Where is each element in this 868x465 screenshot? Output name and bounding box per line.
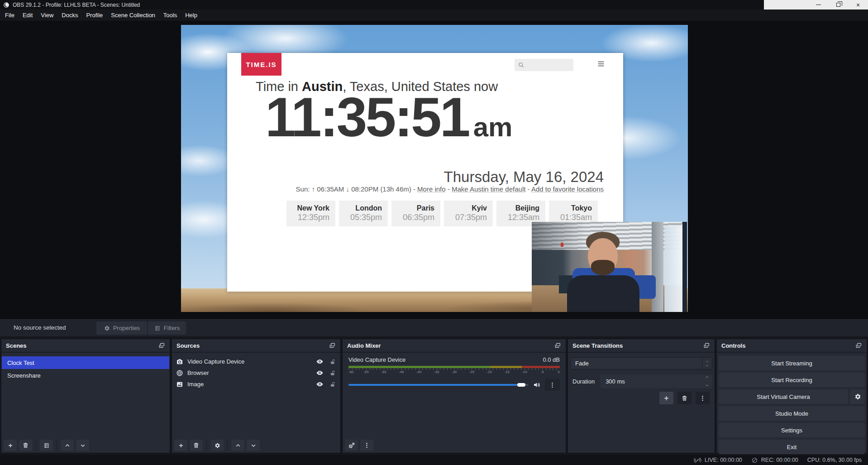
audio-mixer-panel: Audio Mixer Video Capture Device 0.0 dB …	[342, 339, 566, 453]
add-scene-button[interactable]	[4, 440, 17, 451]
chevron-down-icon	[705, 384, 709, 387]
restore-icon	[836, 3, 840, 7]
mixer-channel-name: Video Capture Device	[348, 356, 405, 363]
program-canvas[interactable]: TIME.IS Time in Austin, Texas, United St…	[181, 25, 688, 312]
webcam-person-beard	[591, 260, 615, 275]
scene-item-clock-test[interactable]: Clock Test	[2, 356, 169, 369]
transition-select[interactable]: Fade	[570, 357, 712, 369]
webcam-person-body	[567, 275, 639, 312]
menu-docks[interactable]: Docks	[57, 10, 82, 21]
eye-icon[interactable]	[316, 358, 324, 365]
controls-header: Controls	[717, 339, 867, 353]
remove-scene-button[interactable]	[19, 440, 32, 451]
menu-scene-collection[interactable]: Scene Collection	[107, 10, 159, 21]
rec-status: REC: 00:00:00	[751, 457, 798, 464]
properties-button[interactable]: Properties	[96, 321, 147, 335]
start-recording-button[interactable]: Start Recording	[719, 373, 865, 387]
spinner-arrows[interactable]	[705, 375, 709, 387]
tick-label: -55	[363, 370, 369, 374]
filters-button[interactable]: Filters	[148, 321, 186, 335]
city-time: 07:35pm	[444, 213, 487, 222]
stream-off-icon	[694, 456, 701, 464]
lock-icon[interactable]	[329, 381, 336, 388]
status-bar: LIVE: 00:00:00 REC: 00:00:00 CPU: 0.6%, …	[0, 455, 868, 465]
menu-profile[interactable]: Profile	[82, 10, 107, 21]
remove-transition-button[interactable]	[677, 392, 692, 404]
transitions-buttons	[570, 392, 712, 404]
transitions-title: Scene Transitions	[572, 342, 623, 349]
menu-view[interactable]: View	[37, 10, 57, 21]
scene-transitions-panel: Scene Transitions Fade Duration 300 ms	[568, 339, 715, 453]
scene-item-screenshare[interactable]: Screenshare	[2, 369, 169, 382]
restore-button[interactable]	[828, 0, 848, 10]
cpu-fps-text: CPU: 0.6%, 30.00 fps	[807, 457, 862, 463]
timeis-search-box	[515, 59, 573, 71]
source-up-button[interactable]	[231, 440, 244, 451]
mixer-options-button[interactable]	[545, 379, 560, 391]
source-properties-button[interactable]	[210, 440, 224, 451]
menu-tools[interactable]: Tools	[159, 10, 181, 21]
source-down-button[interactable]	[247, 440, 260, 451]
volume-slider-handle[interactable]	[517, 383, 525, 387]
exit-button[interactable]: Exit	[719, 440, 865, 454]
city-box: Paris06:35pm	[391, 201, 440, 226]
plus-icon	[663, 395, 670, 402]
volume-meter	[348, 366, 560, 368]
rec-timer: REC: 00:00:00	[761, 457, 798, 463]
duration-spinbox[interactable]: 300 ms	[600, 374, 712, 388]
double-gear-icon	[348, 442, 355, 449]
titlebar: OBS 29.1.2 - Profile: LLHLS BETA - Scene…	[0, 0, 868, 10]
minimize-button[interactable]	[808, 0, 828, 10]
studio-mode-button[interactable]: Studio Mode	[719, 406, 865, 421]
settings-button[interactable]: Settings	[719, 423, 865, 437]
start-streaming-button[interactable]: Start Streaming	[719, 356, 865, 370]
popout-icon[interactable]	[855, 342, 862, 349]
source-item-video-capture[interactable]: Video Capture Device	[172, 356, 340, 367]
eye-icon[interactable]	[316, 369, 324, 377]
separator: -	[446, 185, 452, 193]
tick-label: -35	[434, 370, 439, 374]
close-button[interactable]: ×	[848, 0, 868, 10]
eye-icon[interactable]	[316, 380, 324, 388]
scene-up-button[interactable]	[61, 440, 74, 451]
add-source-button[interactable]	[174, 440, 187, 451]
menu-help[interactable]: Help	[181, 10, 201, 21]
source-item-image[interactable]: Image	[172, 379, 340, 390]
advanced-audio-button[interactable]	[345, 440, 358, 451]
tick-label: -5	[541, 370, 544, 374]
virtual-camera-config-button[interactable]	[850, 389, 865, 404]
start-virtual-camera-button[interactable]: Start Virtual Camera	[719, 389, 848, 404]
transition-properties-button[interactable]	[696, 392, 710, 404]
lock-icon[interactable]	[329, 359, 336, 365]
lock-icon[interactable]	[329, 370, 336, 376]
add-transition-button[interactable]	[659, 392, 673, 404]
controls-title: Controls	[721, 342, 745, 349]
scene-down-button[interactable]	[76, 440, 89, 451]
separator: -	[411, 185, 417, 193]
sources-list: Video Capture Device Browser	[172, 353, 340, 390]
popout-icon[interactable]	[329, 342, 336, 349]
tick-label: -60	[348, 370, 354, 374]
plus-icon	[7, 442, 14, 449]
more-info-link: More info	[417, 185, 446, 193]
volume-slider[interactable]	[348, 384, 529, 386]
docks-area: Scenes Clock Test Screenshare Sources	[0, 338, 868, 455]
popout-icon[interactable]	[554, 342, 561, 349]
source-item-browser[interactable]: Browser	[172, 367, 340, 379]
remove-source-button[interactable]	[190, 440, 203, 451]
clock-meridiem: am	[473, 111, 513, 143]
filter-icon	[154, 325, 161, 331]
mixer-menu-button[interactable]	[360, 440, 373, 451]
divider	[227, 441, 228, 451]
source-label: Video Capture Device	[187, 358, 244, 365]
popout-icon[interactable]	[703, 342, 710, 349]
popout-icon[interactable]	[158, 342, 165, 349]
scene-filters-button[interactable]	[40, 440, 53, 451]
meter-scale: -60 -55 -50 -45 -40 -35 -30 -25 -20 -15 …	[348, 369, 560, 375]
webcam-edge	[682, 222, 687, 312]
menu-file[interactable]: File	[1, 10, 19, 21]
menu-edit[interactable]: Edit	[19, 10, 37, 21]
speaker-icon[interactable]	[533, 381, 541, 389]
city-name: New York	[286, 204, 329, 212]
menubar: File Edit View Docks Profile Scene Colle…	[0, 10, 868, 21]
